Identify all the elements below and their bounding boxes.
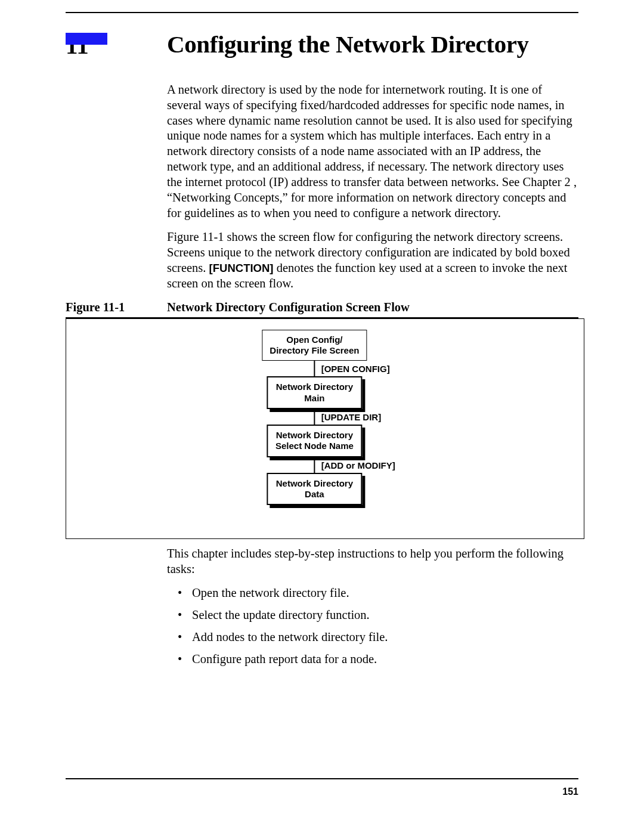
bottom-rule [66, 778, 578, 779]
function-key-literal: [FUNCTION] [209, 262, 274, 274]
task-item: Open the network directory file. [178, 586, 578, 601]
intro-paragraph-1: A network directory is used by the node … [167, 82, 578, 221]
flow-box-line: Network Directory [276, 430, 353, 440]
flow-box-line: Network Directory [276, 478, 353, 488]
task-list: Open the network directory file. Select … [178, 586, 578, 667]
top-rule [66, 12, 578, 13]
accent-bar [66, 33, 107, 45]
flow-box-line: Network Directory [276, 382, 353, 392]
figure-diagram: Open Config/ Directory File Screen [OPEN… [66, 318, 584, 539]
flow-box-line: Main [304, 393, 324, 403]
flow-box-open-config: Open Config/ Directory File Screen [262, 330, 367, 361]
figure-caption: Network Directory Configuration Screen F… [167, 301, 410, 314]
flow-connector-label: [UPDATE DIR] [321, 411, 405, 422]
flow-box-line: Select Node Name [275, 441, 354, 451]
flow-connector-label: [ADD or MODIFY] [321, 460, 405, 470]
chapter-title: Configuring the Network Directory [167, 31, 529, 57]
flow-connector: [OPEN CONFIG] [314, 361, 315, 376]
figure-label: Figure 11-1 [66, 301, 167, 314]
flow-box-line: Directory File Screen [270, 345, 359, 355]
chapter-heading: 11 Configuring the Network Directory [66, 31, 578, 60]
flow-box-line: Data [305, 489, 324, 499]
task-item: Configure path report data for a node. [178, 652, 578, 667]
flow-box-network-directory-data: Network Directory Data [267, 473, 362, 506]
task-item: Select the update directory function. [178, 608, 578, 623]
page-number: 151 [562, 786, 578, 797]
intro-paragraph-2: Figure 11-1 shows the screen flow for co… [167, 230, 578, 291]
figure-heading-row: Figure 11-1 Network Directory Configurat… [66, 301, 578, 318]
tasks-intro-paragraph: This chapter includes step-by-step instr… [167, 546, 578, 577]
flow-box-network-directory-main: Network Directory Main [267, 376, 362, 409]
task-item: Add nodes to the network directory file. [178, 630, 578, 645]
flow-box-select-node-name: Network Directory Select Node Name [267, 425, 362, 457]
flow-box-line: Open Config/ [286, 335, 342, 345]
flow-connector-label: [OPEN CONFIG] [321, 364, 405, 374]
